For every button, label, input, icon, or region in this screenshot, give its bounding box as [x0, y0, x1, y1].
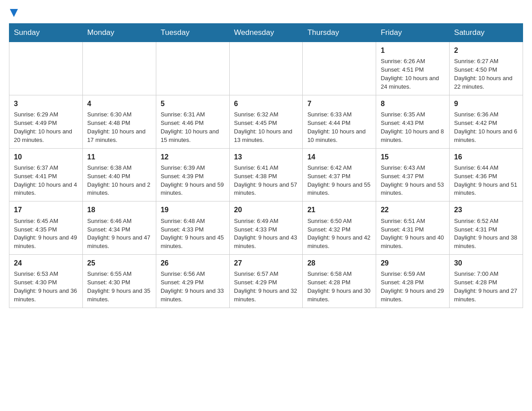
day-number: 28 — [307, 258, 371, 268]
weekday-header-saturday: Saturday — [450, 24, 523, 42]
calendar-cell — [82, 42, 156, 95]
day-info: Sunrise: 6:49 AM Sunset: 4:33 PM Dayligh… — [234, 217, 298, 251]
calendar-cell: 24Sunrise: 6:53 AM Sunset: 4:30 PM Dayli… — [9, 255, 83, 308]
page-header — [9, 9, 523, 16]
day-number: 15 — [381, 152, 445, 162]
calendar-cell: 7Sunrise: 6:33 AM Sunset: 4:44 PM Daylig… — [303, 95, 376, 148]
day-info: Sunrise: 6:29 AM Sunset: 4:49 PM Dayligh… — [14, 111, 78, 144]
day-number: 21 — [307, 205, 371, 215]
day-number: 10 — [14, 152, 78, 162]
calendar-cell: 12Sunrise: 6:39 AM Sunset: 4:39 PM Dayli… — [156, 148, 229, 201]
day-info: Sunrise: 6:56 AM Sunset: 4:29 PM Dayligh… — [161, 270, 225, 304]
day-number: 4 — [87, 99, 151, 109]
day-info: Sunrise: 6:52 AM Sunset: 4:31 PM Dayligh… — [454, 217, 518, 251]
day-info: Sunrise: 6:58 AM Sunset: 4:28 PM Dayligh… — [307, 270, 371, 304]
calendar-cell: 5Sunrise: 6:31 AM Sunset: 4:46 PM Daylig… — [156, 95, 229, 148]
day-number: 16 — [454, 152, 518, 162]
calendar-cell: 8Sunrise: 6:35 AM Sunset: 4:43 PM Daylig… — [376, 95, 450, 148]
day-info: Sunrise: 6:44 AM Sunset: 4:36 PM Dayligh… — [454, 164, 518, 197]
day-number: 5 — [161, 99, 225, 109]
day-info: Sunrise: 6:59 AM Sunset: 4:28 PM Dayligh… — [381, 270, 445, 304]
day-info: Sunrise: 6:57 AM Sunset: 4:29 PM Dayligh… — [234, 270, 298, 304]
day-number: 13 — [234, 152, 298, 162]
day-info: Sunrise: 6:26 AM Sunset: 4:51 PM Dayligh… — [381, 57, 445, 91]
day-number: 30 — [454, 258, 518, 268]
calendar-cell: 11Sunrise: 6:38 AM Sunset: 4:40 PM Dayli… — [82, 148, 156, 201]
weekday-header-wednesday: Wednesday — [229, 24, 303, 42]
day-info: Sunrise: 6:45 AM Sunset: 4:35 PM Dayligh… — [14, 217, 78, 251]
day-info: Sunrise: 6:53 AM Sunset: 4:30 PM Dayligh… — [14, 270, 78, 304]
svg-marker-0 — [10, 9, 18, 17]
day-info: Sunrise: 6:38 AM Sunset: 4:40 PM Dayligh… — [87, 164, 151, 197]
day-number: 25 — [87, 258, 151, 268]
logo — [9, 9, 18, 16]
day-info: Sunrise: 6:35 AM Sunset: 4:43 PM Dayligh… — [381, 111, 445, 144]
day-info: Sunrise: 6:36 AM Sunset: 4:42 PM Dayligh… — [454, 111, 518, 144]
day-info: Sunrise: 6:42 AM Sunset: 4:37 PM Dayligh… — [307, 164, 371, 197]
day-info: Sunrise: 6:46 AM Sunset: 4:34 PM Dayligh… — [87, 217, 151, 251]
day-number: 3 — [14, 99, 78, 109]
day-number: 6 — [234, 99, 298, 109]
day-number: 18 — [87, 205, 151, 215]
calendar-cell: 6Sunrise: 6:32 AM Sunset: 4:45 PM Daylig… — [229, 95, 303, 148]
calendar-cell: 9Sunrise: 6:36 AM Sunset: 4:42 PM Daylig… — [450, 95, 523, 148]
calendar-cell: 30Sunrise: 7:00 AM Sunset: 4:28 PM Dayli… — [450, 255, 523, 308]
calendar-week-row: 17Sunrise: 6:45 AM Sunset: 4:35 PM Dayli… — [9, 201, 523, 255]
logo-line1 — [9, 9, 18, 18]
day-info: Sunrise: 6:43 AM Sunset: 4:37 PM Dayligh… — [381, 164, 445, 197]
day-number: 20 — [234, 205, 298, 215]
calendar-cell: 23Sunrise: 6:52 AM Sunset: 4:31 PM Dayli… — [450, 201, 523, 255]
weekday-header-sunday: Sunday — [9, 24, 83, 42]
day-number: 7 — [307, 99, 371, 109]
calendar-cell — [9, 42, 83, 95]
day-number: 26 — [161, 258, 225, 268]
day-info: Sunrise: 6:48 AM Sunset: 4:33 PM Dayligh… — [161, 217, 225, 251]
weekday-header-tuesday: Tuesday — [156, 24, 229, 42]
day-info: Sunrise: 6:51 AM Sunset: 4:31 PM Dayligh… — [381, 217, 445, 251]
day-number: 9 — [454, 99, 518, 109]
calendar-cell: 25Sunrise: 6:55 AM Sunset: 4:30 PM Dayli… — [82, 255, 156, 308]
day-number: 11 — [87, 152, 151, 162]
day-number: 29 — [381, 258, 445, 268]
day-number: 23 — [454, 205, 518, 215]
day-info: Sunrise: 6:31 AM Sunset: 4:46 PM Dayligh… — [161, 111, 225, 144]
calendar-cell: 15Sunrise: 6:43 AM Sunset: 4:37 PM Dayli… — [376, 148, 450, 201]
calendar-cell: 13Sunrise: 6:41 AM Sunset: 4:38 PM Dayli… — [229, 148, 303, 201]
day-number: 19 — [161, 205, 225, 215]
day-number: 14 — [307, 152, 371, 162]
calendar-cell: 29Sunrise: 6:59 AM Sunset: 4:28 PM Dayli… — [376, 255, 450, 308]
calendar-cell: 18Sunrise: 6:46 AM Sunset: 4:34 PM Dayli… — [82, 201, 156, 255]
calendar-cell: 21Sunrise: 6:50 AM Sunset: 4:32 PM Dayli… — [303, 201, 376, 255]
calendar-cell: 19Sunrise: 6:48 AM Sunset: 4:33 PM Dayli… — [156, 201, 229, 255]
calendar-cell: 26Sunrise: 6:56 AM Sunset: 4:29 PM Dayli… — [156, 255, 229, 308]
calendar-week-row: 3Sunrise: 6:29 AM Sunset: 4:49 PM Daylig… — [9, 95, 523, 148]
day-number: 27 — [234, 258, 298, 268]
calendar-cell — [229, 42, 303, 95]
calendar-cell: 14Sunrise: 6:42 AM Sunset: 4:37 PM Dayli… — [303, 148, 376, 201]
calendar-cell — [156, 42, 229, 95]
calendar-cell: 3Sunrise: 6:29 AM Sunset: 4:49 PM Daylig… — [9, 95, 83, 148]
calendar-cell: 4Sunrise: 6:30 AM Sunset: 4:48 PM Daylig… — [82, 95, 156, 148]
calendar-cell: 10Sunrise: 6:37 AM Sunset: 4:41 PM Dayli… — [9, 148, 83, 201]
day-number: 17 — [14, 205, 78, 215]
calendar-cell: 28Sunrise: 6:58 AM Sunset: 4:28 PM Dayli… — [303, 255, 376, 308]
day-info: Sunrise: 6:50 AM Sunset: 4:32 PM Dayligh… — [307, 217, 371, 251]
day-number: 2 — [454, 46, 518, 56]
day-number: 1 — [381, 46, 445, 56]
calendar-cell: 22Sunrise: 6:51 AM Sunset: 4:31 PM Dayli… — [376, 201, 450, 255]
calendar-cell: 27Sunrise: 6:57 AM Sunset: 4:29 PM Dayli… — [229, 255, 303, 308]
weekday-header-monday: Monday — [82, 24, 156, 42]
calendar-week-row: 1Sunrise: 6:26 AM Sunset: 4:51 PM Daylig… — [9, 42, 523, 95]
day-info: Sunrise: 6:39 AM Sunset: 4:39 PM Dayligh… — [161, 164, 225, 197]
day-number: 24 — [14, 258, 78, 268]
calendar-week-row: 24Sunrise: 6:53 AM Sunset: 4:30 PM Dayli… — [9, 255, 523, 308]
calendar-cell — [303, 42, 376, 95]
day-info: Sunrise: 6:55 AM Sunset: 4:30 PM Dayligh… — [87, 270, 151, 304]
day-info: Sunrise: 6:32 AM Sunset: 4:45 PM Dayligh… — [234, 111, 298, 144]
day-number: 8 — [381, 99, 445, 109]
calendar-cell: 2Sunrise: 6:27 AM Sunset: 4:50 PM Daylig… — [450, 42, 523, 95]
weekday-header-friday: Friday — [376, 24, 450, 42]
calendar-cell: 17Sunrise: 6:45 AM Sunset: 4:35 PM Dayli… — [9, 201, 83, 255]
weekday-header-thursday: Thursday — [303, 24, 376, 42]
calendar-table: SundayMondayTuesdayWednesdayThursdayFrid… — [9, 23, 523, 308]
